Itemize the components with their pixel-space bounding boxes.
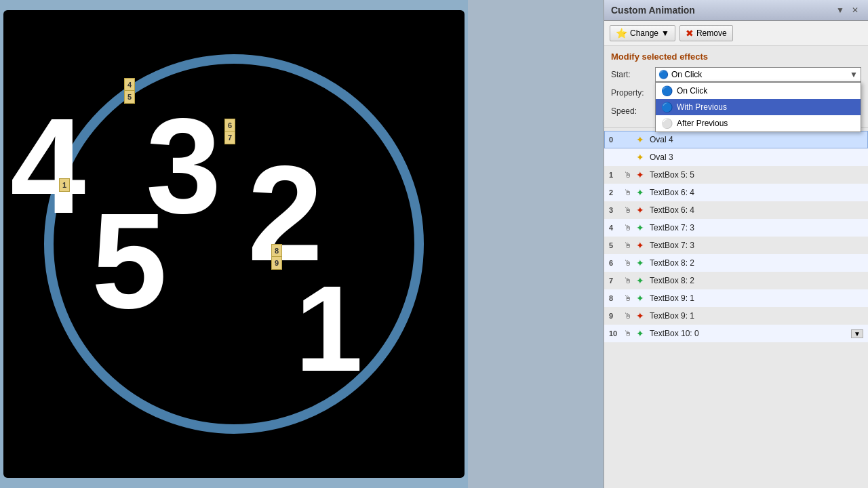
anim-mouse-3: 🖱 bbox=[624, 188, 636, 197]
start-dropdown[interactable]: 🔵 On Click ▼ bbox=[655, 67, 861, 82]
start-control: 🔵 On Click ▼ 🔵 On Click 🔵 With Previous bbox=[655, 67, 861, 82]
remove-icon: ✖ bbox=[686, 28, 694, 39]
panel-titlebar-icons: ▼ ✕ bbox=[834, 4, 861, 16]
slide-canvas: 4 5 3 2 1 4 5 6 7 1 8 9 bbox=[3, 10, 465, 478]
anim-label-11: TextBox 10: 0 bbox=[650, 329, 851, 338]
anim-label-1: Oval 3 bbox=[650, 152, 863, 162]
option-after-previous[interactable]: ⚪ After Previous bbox=[656, 115, 861, 131]
anim-star-4: ✦ bbox=[636, 205, 650, 216]
anim-label-7: TextBox 8: 2 bbox=[650, 258, 863, 268]
anim-num-3: 2 bbox=[609, 188, 624, 197]
anim-num-11: 10 bbox=[609, 329, 624, 338]
anim-mouse-6: 🖱 bbox=[624, 241, 636, 250]
start-dropdown-arrow: ▼ bbox=[850, 70, 858, 79]
animation-list: 0✦Oval 4✦Oval 31🖱✦TextBox 5: 52🖱✦TextBox… bbox=[604, 128, 868, 426]
start-label: Start: bbox=[611, 70, 655, 79]
anim-star-2: ✦ bbox=[636, 169, 650, 180]
anim-row-0[interactable]: 0✦Oval 4 bbox=[604, 131, 868, 148]
anim-row-1[interactable]: ✦Oval 3 bbox=[604, 148, 868, 166]
badge-9: 9 bbox=[271, 256, 282, 270]
anim-label-10: TextBox 9: 1 bbox=[650, 311, 863, 321]
start-field-row: Start: 🔵 On Click ▼ 🔵 On Click 🔵 With Pr… bbox=[611, 67, 861, 82]
remove-label: Remove bbox=[696, 28, 727, 38]
anim-star-10: ✦ bbox=[636, 310, 650, 321]
anim-num-10: 9 bbox=[609, 312, 624, 320]
anim-label-3: TextBox 6: 4 bbox=[650, 188, 863, 197]
close-button[interactable]: ✕ bbox=[849, 4, 861, 16]
change-dropdown-arrow[interactable]: ▼ bbox=[661, 28, 669, 38]
anim-star-0: ✦ bbox=[636, 134, 650, 145]
anim-label-0: Oval 4 bbox=[650, 135, 863, 144]
option-label-1: On Click bbox=[677, 86, 707, 96]
anim-row-11[interactable]: 10🖱✦TextBox 10: 0▼ bbox=[604, 325, 868, 342]
anim-num-0: 0 bbox=[609, 136, 624, 144]
anim-row-5[interactable]: 4🖱✦TextBox 7: 3 bbox=[604, 219, 868, 237]
anim-mouse-11: 🖱 bbox=[624, 329, 636, 338]
start-dropdown-menu: 🔵 On Click 🔵 With Previous ⚪ After Previ… bbox=[655, 82, 861, 132]
anim-star-1: ✦ bbox=[636, 152, 650, 163]
anim-row-9[interactable]: 8🖱✦TextBox 9: 1 bbox=[604, 289, 868, 307]
anim-star-3: ✦ bbox=[636, 187, 650, 198]
option-label-2: With Previous bbox=[677, 102, 727, 112]
anim-num-4: 3 bbox=[609, 206, 624, 214]
property-label: Property: bbox=[611, 88, 655, 98]
anim-row-7[interactable]: 6🖱✦TextBox 8: 2 bbox=[604, 254, 868, 272]
anim-row-3[interactable]: 2🖱✦TextBox 6: 4 bbox=[604, 184, 868, 201]
slide-area: 4 5 3 2 1 4 5 6 7 1 8 9 bbox=[0, 0, 468, 488]
anim-star-6: ✦ bbox=[636, 240, 650, 251]
anim-star-5: ✦ bbox=[636, 222, 650, 233]
change-icon: ⭐ bbox=[616, 28, 627, 39]
anim-row-4[interactable]: 3🖱✦TextBox 6: 4 bbox=[604, 201, 868, 219]
anim-num-5: 4 bbox=[609, 224, 624, 232]
speed-label: Speed: bbox=[611, 106, 655, 116]
badge-4: 4 bbox=[124, 78, 135, 92]
custom-animation-panel: Custom Animation ▼ ✕ ⭐ Change ▼ ✖ Remove… bbox=[604, 0, 868, 488]
anim-row-8[interactable]: 7🖱✦TextBox 8: 2 bbox=[604, 272, 868, 289]
option-icon-3: ⚪ bbox=[661, 118, 673, 129]
anim-label-2: TextBox 5: 5 bbox=[650, 170, 863, 180]
panel-title: Custom Animation bbox=[611, 5, 695, 16]
anim-mouse-2: 🖱 bbox=[624, 170, 636, 180]
anim-star-9: ✦ bbox=[636, 293, 650, 304]
modify-title: Modify selected effects bbox=[611, 52, 861, 62]
anim-label-8: TextBox 8: 2 bbox=[650, 276, 863, 285]
badge-8: 8 bbox=[271, 244, 282, 258]
anim-star-7: ✦ bbox=[636, 258, 650, 268]
start-icon: 🔵 bbox=[658, 70, 669, 79]
anim-num-2: 1 bbox=[609, 171, 624, 179]
badge-1: 1 bbox=[59, 178, 70, 192]
badge-5: 5 bbox=[124, 90, 135, 104]
anim-label-5: TextBox 7: 3 bbox=[650, 223, 863, 232]
scroll-down-button[interactable]: ▼ bbox=[851, 329, 863, 338]
anim-star-11: ✦ bbox=[636, 328, 650, 339]
anim-mouse-9: 🖱 bbox=[624, 293, 636, 303]
anim-row-10[interactable]: 9🖱✦TextBox 9: 1 bbox=[604, 307, 868, 325]
badge-6: 6 bbox=[224, 119, 235, 132]
anim-mouse-5: 🖱 bbox=[624, 223, 636, 232]
anim-row-2[interactable]: 1🖱✦TextBox 5: 5 bbox=[604, 166, 868, 184]
anim-mouse-7: 🖱 bbox=[624, 258, 636, 268]
option-icon-2: 🔵 bbox=[661, 102, 673, 113]
start-value: On Click bbox=[671, 70, 702, 79]
option-on-click-1[interactable]: 🔵 On Click bbox=[656, 83, 861, 99]
anim-mouse-8: 🖱 bbox=[624, 276, 636, 285]
anim-num-8: 7 bbox=[609, 277, 624, 285]
anim-num-9: 8 bbox=[609, 294, 624, 302]
modify-section: Modify selected effects Start: 🔵 On Clic… bbox=[604, 46, 868, 128]
pin-button[interactable]: ▼ bbox=[834, 4, 846, 16]
slide-num-1: 1 bbox=[295, 268, 363, 390]
option-with-previous[interactable]: 🔵 With Previous bbox=[656, 99, 861, 115]
remove-button[interactable]: ✖ Remove bbox=[679, 25, 733, 41]
panel-titlebar: Custom Animation ▼ ✕ bbox=[604, 0, 868, 21]
anim-label-6: TextBox 7: 3 bbox=[650, 241, 863, 250]
anim-mouse-10: 🖱 bbox=[624, 311, 636, 321]
option-label-3: After Previous bbox=[677, 119, 728, 128]
anim-row-6[interactable]: 5🖱✦TextBox 7: 3 bbox=[604, 237, 868, 254]
change-label: Change bbox=[630, 28, 658, 38]
anim-num-6: 5 bbox=[609, 241, 624, 249]
anim-label-9: TextBox 9: 1 bbox=[650, 293, 863, 303]
anim-num-7: 6 bbox=[609, 259, 624, 267]
anim-star-8: ✦ bbox=[636, 275, 650, 286]
anim-mouse-4: 🖱 bbox=[624, 205, 636, 215]
change-button[interactable]: ⭐ Change ▼ bbox=[610, 25, 675, 41]
